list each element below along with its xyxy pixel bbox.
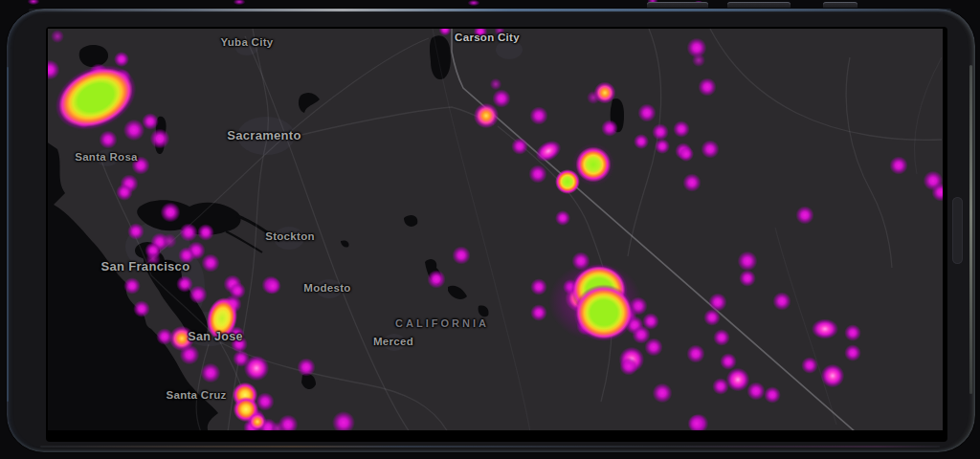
map-canvas[interactable]: Yuba CityCarson CitySacramentoSanta Rosa… <box>48 29 943 430</box>
map-label-yuba-city: Yuba City <box>220 36 273 48</box>
map-label-san-francisco: San Francisco <box>101 259 190 273</box>
phone-screen: Yuba CityCarson CitySacramentoSanta Rosa… <box>46 27 947 442</box>
map-label-santa-cruz: Santa Cruz <box>166 389 226 401</box>
background-heat-sliver <box>466 0 481 7</box>
phone-right-rail <box>969 65 972 394</box>
map-label-sacramento: Sacramento <box>227 128 301 142</box>
background-heat-sliver <box>26 0 41 6</box>
stage: Yuba CityCarson CitySacramentoSanta Rosa… <box>0 0 980 459</box>
map-label-merced: Merced <box>373 336 413 347</box>
phone-bottom-rail <box>40 446 940 448</box>
map-label-california: CALIFORNIA <box>395 317 489 329</box>
map-label-santa-rosa: Santa Rosa <box>75 151 138 163</box>
map-label-stockton: Stockton <box>265 230 315 242</box>
fingerprint-sensor <box>952 197 963 264</box>
map-label-carson-city: Carson City <box>455 32 520 43</box>
map-label-modesto: Modesto <box>303 282 350 294</box>
map-viewport[interactable]: Yuba CityCarson CitySacramentoSanta Rosa… <box>48 29 943 430</box>
phone-top-rail <box>29 9 951 11</box>
map-label-san-jose: San Jose <box>188 330 242 343</box>
map-labels-layer: Yuba CityCarson CitySacramentoSanta Rosa… <box>48 29 943 430</box>
phone-left-rail <box>7 67 9 402</box>
background-heat-sliver <box>232 0 247 6</box>
